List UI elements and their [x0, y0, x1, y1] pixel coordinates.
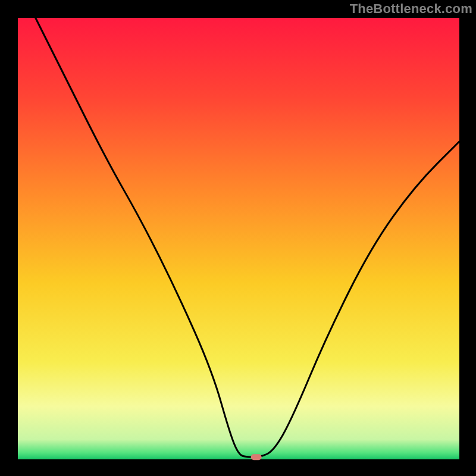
- bottleneck-chart: [0, 0, 476, 476]
- chart-frame: { "watermark": "TheBottleneck.com", "cha…: [0, 0, 476, 476]
- plot-background: [18, 18, 459, 459]
- optimum-marker: [251, 454, 262, 460]
